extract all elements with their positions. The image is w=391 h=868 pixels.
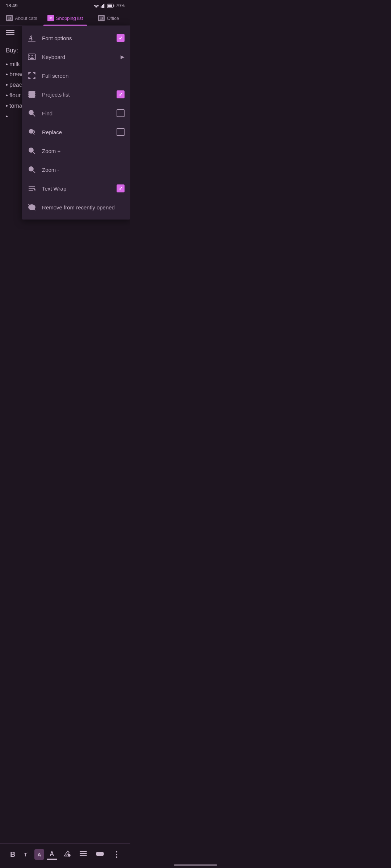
svg-rect-32 xyxy=(29,91,35,98)
svg-rect-7 xyxy=(108,4,112,7)
tab-shopping-list[interactable]: Shopping list xyxy=(43,10,87,25)
svg-rect-3 xyxy=(103,4,104,8)
menu-item-fullscreen[interactable]: Full screen xyxy=(22,66,130,85)
tab-about-cats[interactable]: About cats xyxy=(0,10,43,25)
menu-item-text-wrap[interactable]: Text Wrap xyxy=(22,179,130,198)
svg-rect-4 xyxy=(104,4,105,8)
menu-find-check[interactable] xyxy=(117,109,125,117)
menu-font-options-check[interactable] xyxy=(117,34,125,42)
keyboard-arrow-icon: ▶ xyxy=(121,54,125,60)
menu-projects-check[interactable] xyxy=(117,90,125,98)
svg-rect-31 xyxy=(30,58,34,59)
menu-text-wrap-check[interactable] xyxy=(117,184,125,192)
tab-office-icon xyxy=(98,15,105,21)
tab-bar: About cats Shopping list Office xyxy=(0,10,130,26)
main-content: Buy: • milk • bread • peaches • flour • … xyxy=(0,26,130,243)
menu-item-projects-list[interactable]: Projects list xyxy=(22,85,130,104)
tab-shopping-list-label: Shopping list xyxy=(56,16,83,21)
svg-text:A: A xyxy=(29,35,33,41)
menu-replace-label: Replace xyxy=(42,129,111,135)
tab-shopping-list-icon xyxy=(47,15,54,21)
tab-about-cats-icon xyxy=(6,15,13,21)
fullscreen-icon xyxy=(28,71,36,80)
svg-rect-24 xyxy=(29,55,30,56)
keyboard-icon xyxy=(28,52,36,61)
menu-item-keyboard[interactable]: Keyboard ▶ xyxy=(22,47,130,66)
svg-line-38 xyxy=(33,152,35,154)
battery-percent: 79% xyxy=(116,3,125,8)
svg-rect-27 xyxy=(34,55,34,56)
menu-remove-recent-label: Remove from recently opened xyxy=(42,204,125,210)
hamburger-menu[interactable] xyxy=(6,30,14,35)
status-bar: 18:49 79% xyxy=(0,0,130,10)
svg-rect-2 xyxy=(102,5,103,8)
menu-item-find[interactable]: Find xyxy=(22,104,130,123)
tab-office[interactable]: Office xyxy=(87,10,130,25)
svg-rect-6 xyxy=(113,5,114,7)
svg-rect-26 xyxy=(32,55,33,56)
menu-item-replace[interactable]: Replace xyxy=(22,123,130,141)
dropdown-menu: A Font options xyxy=(22,26,130,220)
menu-item-zoom-in[interactable]: Zoom + xyxy=(22,141,130,160)
find-icon xyxy=(28,109,36,118)
svg-rect-30 xyxy=(34,57,34,58)
menu-keyboard-label: Keyboard xyxy=(42,54,115,60)
svg-point-33 xyxy=(29,110,33,115)
zoom-out-icon xyxy=(28,165,36,174)
menu-zoom-in-label: Zoom + xyxy=(42,148,125,154)
battery-icon xyxy=(107,4,114,8)
menu-replace-check[interactable] xyxy=(117,128,125,136)
svg-point-35 xyxy=(29,129,33,133)
menu-projects-label: Projects list xyxy=(42,92,111,98)
remove-recent-icon xyxy=(28,203,36,212)
svg-line-36 xyxy=(33,133,34,135)
svg-line-34 xyxy=(33,114,35,117)
replace-icon xyxy=(28,128,36,136)
tab-about-cats-label: About cats xyxy=(15,16,37,21)
menu-text-wrap-label: Text Wrap xyxy=(42,186,111,192)
svg-rect-28 xyxy=(29,57,30,58)
menu-fullscreen-label: Full screen xyxy=(42,73,125,79)
menu-zoom-out-label: Zoom - xyxy=(42,167,125,173)
menu-item-font-options[interactable]: A Font options xyxy=(22,29,130,47)
signal-icon xyxy=(101,4,106,8)
menu-font-options-label: Font options xyxy=(42,35,111,41)
wifi-icon xyxy=(93,4,99,8)
menu-find-label: Find xyxy=(42,110,111,116)
svg-rect-29 xyxy=(31,57,33,58)
svg-rect-1 xyxy=(101,6,102,8)
empty-area xyxy=(0,243,130,387)
text-wrap-icon xyxy=(28,184,36,193)
tab-office-label: Office xyxy=(107,16,119,21)
svg-line-42 xyxy=(33,171,35,173)
menu-item-zoom-out[interactable]: Zoom - xyxy=(22,160,130,179)
zoom-in-icon xyxy=(28,146,36,155)
svg-point-0 xyxy=(96,7,97,8)
menu-item-remove-recent[interactable]: Remove from recently opened xyxy=(22,198,130,217)
font-icon: A xyxy=(28,34,36,42)
status-icons: 79% xyxy=(93,3,125,8)
time: 18:49 xyxy=(6,3,18,8)
svg-rect-25 xyxy=(31,55,31,56)
projects-icon xyxy=(28,90,36,99)
